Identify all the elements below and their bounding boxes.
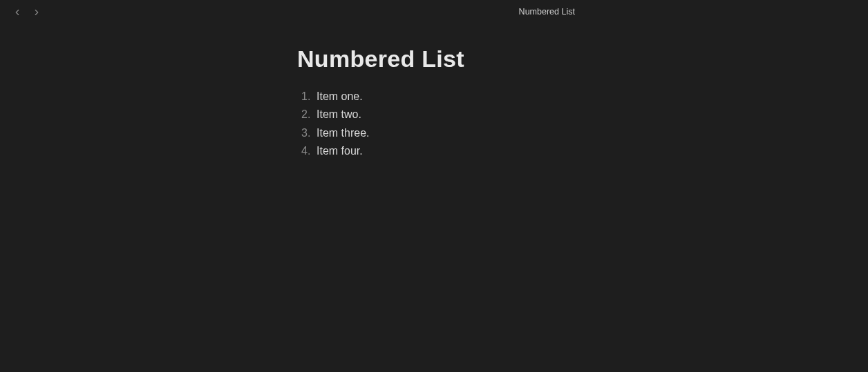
list-item: Item one. <box>301 88 464 106</box>
arrow-right-icon <box>32 8 41 17</box>
back-button[interactable] <box>11 6 23 19</box>
nav-arrows <box>0 6 43 19</box>
forward-button[interactable] <box>30 6 43 19</box>
arrow-left-icon <box>12 8 22 17</box>
list-item: Item three. <box>301 124 464 142</box>
numbered-list: Item one. Item two. Item three. Item fou… <box>297 88 464 161</box>
topbar: Numbered List <box>0 0 868 25</box>
topbar-title-wrap: Numbered List <box>0 0 868 25</box>
page-title: Numbered List <box>519 7 575 17</box>
content-area: Numbered List Item one. Item two. Item t… <box>0 25 868 161</box>
document: Numbered List Item one. Item two. Item t… <box>297 46 464 161</box>
document-heading: Numbered List <box>297 46 464 72</box>
list-item: Item four. <box>301 142 464 160</box>
list-item: Item two. <box>301 106 464 124</box>
